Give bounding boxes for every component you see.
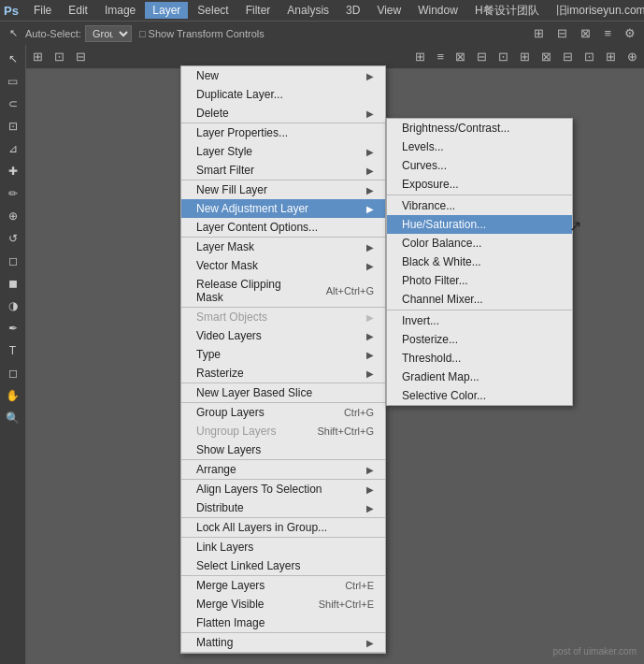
submenu-invert[interactable]: Invert... [387,311,572,330]
tool-move[interactable]: ↖ [3,49,23,69]
menu-image[interactable]: Image [97,2,143,19]
canvas-icon-2[interactable]: ⊡ [51,48,67,65]
canvas-icon-right-8[interactable]: ⊟ [560,48,576,65]
submenu-vibrance[interactable]: Vibrance... [387,196,572,215]
menu-item-select-linked-layers[interactable]: Select Linked Layers [181,556,385,575]
submenu-exposure[interactable]: Exposure... [387,175,572,194]
menu-3d[interactable]: 3D [338,2,367,19]
canvas-icon-right-1[interactable]: ⊞ [412,48,428,65]
align-right-icon[interactable]: ⊠ [578,24,594,42]
tool-text[interactable]: T [3,340,23,361]
submenu-gradient-map[interactable]: Gradient Map... [387,368,572,386]
menu-layer[interactable]: Layer [145,2,188,19]
tool-brush[interactable]: ✏ [3,183,23,204]
tool-shape[interactable]: ◻ [3,363,23,383]
menu-item-release-clipping-mask[interactable]: Release Clipping Mask Alt+Ctrl+G [181,275,385,307]
submenu-separator-2 [387,310,572,310]
tool-pen[interactable]: ✒ [3,318,23,339]
menu-view[interactable]: View [369,2,408,19]
tool-select[interactable]: ▭ [3,71,23,92]
canvas-icon-1[interactable]: ⊞ [30,48,46,65]
menu-item-delete[interactable]: Delete ▶ [181,104,385,123]
menu-item-layer-style[interactable]: Layer Style ▶ [181,142,385,161]
menu-item-vector-mask[interactable]: Vector Mask ▶ [181,256,385,275]
canvas-icon-right-5[interactable]: ⊡ [495,48,511,65]
menu-item-show-layers[interactable]: Show Layers [181,440,385,459]
menu-item-matting[interactable]: Matting ▶ [181,633,385,652]
menu-item-flatten-image[interactable]: Flatten Image [181,613,385,632]
menu-item-rasterize[interactable]: Rasterize ▶ [181,364,385,383]
tool-eyedrop[interactable]: ⊿ [3,138,23,159]
move-tool-icon[interactable]: ↖ [6,25,21,41]
align-left-icon[interactable]: ⊞ [531,24,547,42]
submenu-channel-mixer[interactable]: Channel Mixer... [387,290,572,309]
submenu-black-white[interactable]: Black & White... [387,253,572,271]
canvas-icon-right-11[interactable]: ⊕ [624,48,640,65]
submenu-brightness-contrast[interactable]: Brightness/Contrast... [387,119,572,137]
submenu-curves[interactable]: Curves... [387,156,572,175]
menu-section-5: Smart Objects ▶ Video Layers ▶ Type ▶ Ra… [181,308,385,383]
submenu-levels[interactable]: Levels... [387,137,572,156]
menu-item-smart-filter[interactable]: Smart Filter ▶ [181,161,385,180]
menu-item-distribute[interactable]: Distribute ▶ [181,498,385,517]
submenu-photo-filter[interactable]: Photo Filter... [387,271,572,290]
menu-item-new-adjustment-layer[interactable]: New Adjustment Layer ▶ [181,199,385,218]
submenu-hue-saturation[interactable]: Hue/Saturation... ↗ [387,215,572,234]
tool-zoom[interactable]: 🔍 [3,408,23,428]
menu-item-new-layer-based-slice[interactable]: New Layer Based Slice [181,383,385,402]
submenu-color-balance[interactable]: Color Balance... [387,234,572,253]
menu-item-lock-all-layers[interactable]: Lock All Layers in Group... [181,518,385,537]
submenu-threshold[interactable]: Threshold... [387,349,572,368]
tool-dodge[interactable]: ◑ [3,296,23,316]
canvas-icon-right-4[interactable]: ⊟ [474,48,490,65]
menu-file[interactable]: File [26,2,59,19]
menu-filter[interactable]: Filter [238,2,279,19]
menu-item-group-layers[interactable]: Group Layers Ctrl+G [181,403,385,422]
arrow-icon: ▶ [366,312,374,323]
canvas-icon-right-3[interactable]: ⊠ [452,48,468,65]
menu-select[interactable]: Select [190,2,236,19]
align-center-icon[interactable]: ⊟ [554,24,570,42]
menu-item-new-fill-layer[interactable]: New Fill Layer ▶ [181,180,385,199]
menu-analysis[interactable]: Analysis [279,2,336,19]
menu-item-type[interactable]: Type ▶ [181,345,385,364]
canvas-icon-3[interactable]: ⊟ [73,48,89,65]
menu-help1[interactable]: H餐设计团队 [467,1,547,21]
menu-item-layer-content-options[interactable]: Layer Content Options... [181,218,385,237]
menu-window[interactable]: Window [410,2,465,19]
tool-crop[interactable]: ⊡ [3,116,23,137]
canvas-icon-right-6[interactable]: ⊞ [517,48,533,65]
menu-item-merge-layers[interactable]: Merge Layers Ctrl+E [181,576,385,595]
menu-item-arrange[interactable]: Arrange ▶ [181,460,385,479]
canvas-icon-right-7[interactable]: ⊠ [538,48,554,65]
arrow-icon: ▶ [366,503,374,513]
menu-item-layer-properties[interactable]: Layer Properties... [181,123,385,142]
menu-item-link-layers[interactable]: Link Layers [181,538,385,556]
settings-icon[interactable]: ⚙ [622,24,638,42]
menu-item-merge-visible[interactable]: Merge Visible Shift+Ctrl+E [181,595,385,613]
menu-item-align-layers[interactable]: Align Layers To Selection ▶ [181,480,385,498]
menu-item-duplicate[interactable]: Duplicate Layer... [181,85,385,104]
submenu-selective-color[interactable]: Selective Color... [387,386,572,405]
menu-section-8: Arrange ▶ [181,460,385,480]
tool-history[interactable]: ↺ [3,228,23,249]
tool-gradient[interactable]: ◼ [3,273,23,294]
tool-clone[interactable]: ⊕ [3,206,23,226]
tool-lasso[interactable]: ⊂ [3,94,23,114]
menu-item-video-layers[interactable]: Video Layers ▶ [181,326,385,345]
distribute-icon[interactable]: ≡ [601,24,614,42]
canvas-icon-right-9[interactable]: ⊡ [581,48,597,65]
canvas-icon-right-10[interactable]: ⊞ [603,48,619,65]
canvas-icon-right-2[interactable]: ≡ [434,48,447,65]
toolbar: ↖ Auto-Select: Grou □ Show Transform Con… [0,21,644,45]
menu-help2[interactable]: 旧imoriseyun.com [549,1,644,21]
main-area: ↖ ▭ ⊂ ⊡ ⊿ ✚ ✏ ⊕ ↺ ◻ ◼ ◑ ✒ T ◻ ✋ 🔍 ⊞ ⊡ ⊟ … [0,45,644,664]
tool-eraser[interactable]: ◻ [3,251,23,271]
tool-hand[interactable]: ✋ [3,385,23,406]
submenu-posterize[interactable]: Posterize... [387,330,572,349]
group-select[interactable]: Grou [85,25,132,42]
tool-heal[interactable]: ✚ [3,161,23,181]
menu-item-layer-mask[interactable]: Layer Mask ▶ [181,238,385,256]
menu-edit[interactable]: Edit [61,2,95,19]
menu-item-new[interactable]: New ▶ [181,66,385,85]
